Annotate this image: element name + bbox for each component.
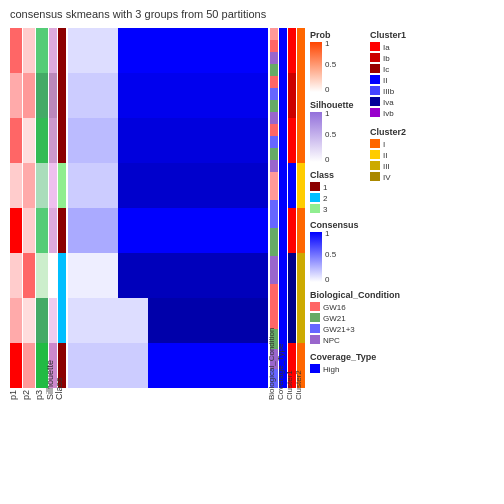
p3-block5 xyxy=(36,208,48,253)
p2-block2 xyxy=(23,73,35,118)
heatmap-r8-light xyxy=(68,343,148,388)
cl2-r4 xyxy=(297,163,305,208)
p1-block3 xyxy=(10,118,22,163)
p3-block6 xyxy=(36,253,48,298)
class-block3 xyxy=(58,118,66,163)
chart-container: consensus skmeans with 3 groups from 50 … xyxy=(0,0,504,504)
cl2-label-iv: IV xyxy=(383,173,391,182)
p2-block6 xyxy=(23,253,35,298)
p2-block5 xyxy=(23,208,35,253)
biocond-r3 xyxy=(270,52,278,64)
biocond-r10 xyxy=(270,136,278,148)
cl2-r2 xyxy=(297,73,305,118)
class-block6 xyxy=(58,253,66,298)
sil-block3 xyxy=(49,118,57,163)
covtype-color-high xyxy=(310,364,320,373)
biocond-label-gw213: GW21+3 xyxy=(323,325,355,334)
cl1-r2 xyxy=(288,73,296,118)
biocond-r17 xyxy=(270,284,278,329)
cl2-color-iii xyxy=(370,161,380,170)
cl1-label-ii: II xyxy=(383,76,387,85)
biocond-r4 xyxy=(270,64,278,76)
covtype-legend-title: Coverage_Type xyxy=(310,352,376,362)
cl2-legend-title: Cluster2 xyxy=(370,127,406,137)
xlabel-p1: p1 xyxy=(8,390,18,400)
class-color-3 xyxy=(310,204,320,213)
cl1-color-iiib xyxy=(370,86,380,95)
p2-block8 xyxy=(23,343,35,388)
prob-label-05: 0.5 xyxy=(325,60,337,69)
cl2-r7 xyxy=(297,298,305,343)
class-block4 xyxy=(58,163,66,208)
heatmap-r7-dark xyxy=(148,298,268,343)
biocond-label-gw21: GW21 xyxy=(323,314,346,323)
biocond-r1 xyxy=(270,28,278,40)
cl1-color-ii xyxy=(370,75,380,84)
p3-block7 xyxy=(36,298,48,343)
cl1-r1 xyxy=(288,28,296,73)
biocond-r13 xyxy=(270,172,278,200)
p2-block1 xyxy=(23,28,35,73)
prob-label-0: 0 xyxy=(325,85,330,94)
sil-block2 xyxy=(49,73,57,118)
cl2-color-i xyxy=(370,139,380,148)
covtype-label-high: High xyxy=(323,365,339,374)
cl2-r1 xyxy=(297,28,305,73)
cl2-label-iii: III xyxy=(383,162,390,171)
biocond-r8 xyxy=(270,112,278,124)
cl2-label-ii: II xyxy=(383,151,387,160)
biocond-legend-title: Biological_Condition xyxy=(310,290,400,300)
cl2-r3 xyxy=(297,118,305,163)
cl1-label-ivb: Ivb xyxy=(383,109,394,118)
cl2-label-i: I xyxy=(383,140,385,149)
prob-label-1: 1 xyxy=(325,39,330,48)
xlabel-cl2: Cluster2 xyxy=(294,370,303,400)
cons-label-1: 1 xyxy=(325,229,330,238)
biocond-label-gw16: GW16 xyxy=(323,303,346,312)
p2-block3 xyxy=(23,118,35,163)
sil-legend-title: Silhouette xyxy=(310,100,354,110)
cons-gradient xyxy=(310,232,322,282)
cl1-color-ia xyxy=(370,42,380,51)
p1-block1 xyxy=(10,28,22,73)
sil-label-1: 1 xyxy=(325,109,330,118)
p2-block4 xyxy=(23,163,35,208)
heatmap-r3-light xyxy=(68,118,118,163)
covtype-col xyxy=(279,28,287,388)
biocond-r11 xyxy=(270,148,278,160)
biocond-r16 xyxy=(270,256,278,284)
cl2-color-ii xyxy=(370,150,380,159)
sil-gradient xyxy=(310,112,322,162)
sil-label-05: 0.5 xyxy=(325,130,337,139)
biocond-r7 xyxy=(270,100,278,112)
p1-block5 xyxy=(10,208,22,253)
cl1-r4 xyxy=(288,163,296,208)
p3-block3 xyxy=(36,118,48,163)
biocond-color-gw213 xyxy=(310,324,320,333)
class-block2 xyxy=(58,73,66,118)
class-color-1 xyxy=(310,182,320,191)
cl1-r5 xyxy=(288,208,296,253)
biocond-r14 xyxy=(270,200,278,228)
main-svg: p1 p2 p3 Silhouette Class Biological_Con… xyxy=(0,0,504,504)
class-block1 xyxy=(58,28,66,73)
p1-block4 xyxy=(10,163,22,208)
cl1-color-ic xyxy=(370,64,380,73)
biocond-color-gw16 xyxy=(310,302,320,311)
class-block7 xyxy=(58,298,66,343)
sil-block1 xyxy=(49,28,57,73)
heatmap-r1-light xyxy=(68,28,118,73)
cl1-color-iva xyxy=(370,97,380,106)
p1-block2 xyxy=(10,73,22,118)
cons-label-05: 0.5 xyxy=(325,250,337,259)
cl1-label-ic: Ic xyxy=(383,65,389,74)
cl1-label-ia: Ia xyxy=(383,43,390,52)
cl1-r6 xyxy=(288,253,296,298)
biocond-r15 xyxy=(270,228,278,256)
xlabel-p2: p2 xyxy=(21,390,31,400)
biocond-r12 xyxy=(270,160,278,172)
cons-label-0: 0 xyxy=(325,275,330,284)
p1-block7 xyxy=(10,298,22,343)
biocond-label-npc: NPC xyxy=(323,336,340,345)
cons-legend-title: Consensus xyxy=(310,220,359,230)
